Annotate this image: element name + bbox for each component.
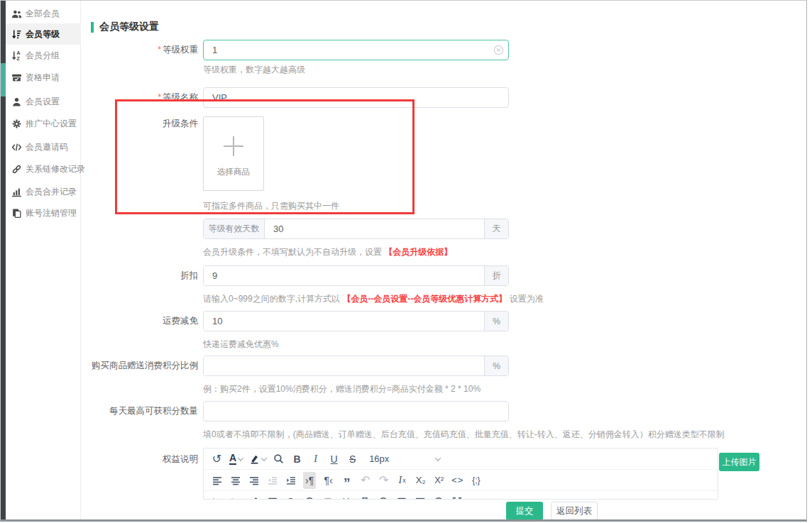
page-title: 会员等级设置 [91,21,159,33]
pen-icon[interactable] [248,493,260,500]
sidebar-item-member-settings[interactable]: 会员设置 [6,91,81,112]
indent-icon[interactable] [285,472,297,489]
fullscreen-icon[interactable] [451,493,463,500]
code-block-icon[interactable]: {;} [470,472,482,489]
upgrade-basis-link[interactable]: 【会员升级依据】 [384,247,452,257]
inline-code-icon[interactable]: <> [451,472,463,489]
sort-amount-icon [11,29,22,40]
weight-input[interactable] [203,40,509,60]
undo-icon[interactable]: ↶ [359,472,371,489]
collapsed-nav-rail [1,1,6,519]
help-icon[interactable]: ? [432,493,444,500]
chevron-down-icon [238,455,243,461]
valid-days-group: 等级有效天数 天 [203,219,509,239]
sidebar-item-account-cancel[interactable]: 账号注销管理 [6,202,81,224]
daily-cap-input[interactable] [203,401,509,422]
select-goods-button[interactable]: 选择商品 [203,116,264,191]
special-characters-icon[interactable]: Ω [285,493,297,500]
emoticons-icon[interactable] [303,493,315,500]
field-label-upgrade: 升级条件 [72,116,198,131]
editor-toolbar-row-2: ›¶ ¶‹ ” ↶ ↷ Ix X₂ X² <> {;} [204,470,718,491]
align-center-icon[interactable] [229,472,241,489]
sidebar-item-relation-log[interactable]: 关系链修改记录 [6,158,81,180]
insert-hr-icon[interactable]: H [340,493,352,500]
scrollbar-thumb[interactable] [1,63,6,97]
superscript-icon[interactable]: X² [433,472,445,489]
direction-ltr-icon[interactable]: ›¶ [303,472,316,489]
points-ratio-input[interactable] [204,356,484,375]
rich-text-editor: ↺ A B I U S 16px ›¶ ¶‹ ” ↶ ↷ Ix X₂ X² <>… [203,448,718,500]
subscript-icon[interactable]: X₂ [415,472,427,489]
text-color-button[interactable]: A [229,451,243,468]
help-weight: 等级权重，数字越大越高级 [203,64,305,76]
editor-toolbar-row-3: Ω H ? [204,491,718,500]
sidebar-item-label: 会员分组 [26,50,60,62]
strikethrough-icon[interactable]: S [346,451,358,468]
insert-block-icon[interactable] [322,493,334,500]
search-icon[interactable] [273,451,285,468]
discount-input[interactable] [204,266,484,285]
sidebar-item-member-level[interactable]: 会员等级 [6,23,81,45]
footer-action-bar: 提交 返回列表 [82,500,807,521]
link-icon [11,164,22,175]
insert-video-icon[interactable] [395,493,407,500]
required-asterisk: * [158,45,161,55]
sidebar-item-label: 全部会员 [26,8,60,20]
help-upgrade: 可指定多件商品，只需购买其中一件 [203,200,339,212]
sidebar-item-promotion-settings[interactable]: 推广中心设置 [6,113,81,134]
svg-text:Z: Z [17,55,21,60]
sidebar-item-invite-code[interactable]: 会员邀请码 [6,136,81,158]
outdent-icon[interactable] [266,472,278,489]
svg-text:A: A [17,50,21,55]
bold-icon[interactable]: B [291,451,303,468]
field-label-shipping: 运费减免 [72,311,198,331]
highlight-color-button[interactable] [249,451,266,468]
image-icon[interactable] [266,493,278,500]
align-left-icon[interactable] [211,472,223,489]
ordered-list-icon[interactable] [211,493,223,500]
shipping-suffix: % [484,312,508,331]
sidebar-item-member-groups[interactable]: AZ 会员分组 [6,45,81,66]
chevron-down-icon [261,455,267,461]
italic-icon[interactable]: I [309,451,322,468]
submit-button[interactable]: 提交 [506,502,543,520]
points-ratio-group: % [203,356,509,376]
print-icon[interactable] [358,493,371,500]
level-name-input[interactable] [203,87,509,108]
redo-icon[interactable]: ↷ [378,472,390,489]
sidebar-item-label: 会员设置 [26,96,60,108]
font-size-select[interactable]: 16px [369,453,440,464]
insert-table-icon[interactable] [414,493,426,500]
help-points-ratio: 例：购买2件，设置10%消费积分，赠送消费积分=商品实付金额 * 2 * 10% [203,383,481,395]
discount-suffix: 折 [484,266,508,285]
field-label-daily-cap: 每天最高可获积分数量 [72,401,198,422]
blockquote-icon[interactable]: ” [341,472,353,489]
sidebar-item-all-members[interactable]: 全部会员 [6,3,81,24]
valid-days-input[interactable] [265,219,484,238]
user-icon [11,97,22,107]
select-goods-label: 选择商品 [204,167,263,177]
select-all-icon[interactable] [469,493,481,500]
clock-icon[interactable] [377,493,389,500]
field-label-benefits: 权益说明 [72,449,198,470]
clear-formatting-icon[interactable]: Ix [396,472,408,489]
sort-alpha-icon: AZ [11,50,22,61]
unordered-list-icon[interactable] [229,493,241,500]
upload-image-button[interactable]: 上传图片 [719,453,759,471]
sidebar-item-label: 会员等级 [26,28,60,40]
valid-days-suffix: 天 [484,219,508,238]
help-discount: 请输入0~999之间的数字,计算方式以 【会员--会员设置--会员等级优惠计算方… [203,293,544,305]
valid-days-prepend: 等级有效天数 [204,219,265,238]
direction-rtl-icon[interactable]: ¶‹ [322,472,334,489]
align-right-icon[interactable] [248,472,260,489]
discount-settings-link[interactable]: 【会员--会员设置--会员等级优惠计算方式】 [342,294,507,304]
gear-icon [11,119,22,129]
shipping-input[interactable] [204,312,484,331]
sidebar-item-qualification[interactable]: 资格申请 [6,67,81,88]
field-label-name: *等级名称 [72,87,198,108]
sidebar-item-merge-log[interactable]: 会员合并记录 [6,181,81,202]
clear-input-icon[interactable] [493,45,504,55]
back-to-list-button[interactable]: 返回列表 [551,502,598,520]
undo-history-icon[interactable]: ↺ [211,451,223,468]
underline-icon[interactable]: U [328,451,340,468]
